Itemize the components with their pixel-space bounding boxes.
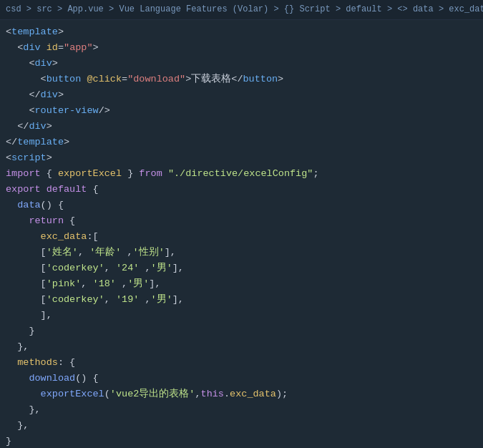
code-line: ], (0, 308, 483, 323)
breadcrumb: csd > src > App.vue > Vue Language Featu… (0, 0, 483, 20)
code-line: </template> (0, 135, 483, 150)
code-line: <div id="app"> (0, 40, 483, 56)
code-line: methods: { (0, 355, 483, 371)
code-line: }, (0, 402, 483, 418)
code-editor: csd > src > App.vue > Vue Language Featu… (0, 0, 483, 448)
code-line: import { exportExcel } from "./directive… (0, 166, 483, 182)
code-line: <script> (0, 150, 483, 166)
code-line: }, (0, 418, 483, 434)
code-line: export default { (0, 182, 483, 198)
code-line: <template> (0, 24, 483, 40)
code-line: ['coderkey', '19' ,'男'], (0, 292, 483, 308)
code-line: </div> (0, 119, 483, 135)
code-line: <div> (0, 56, 483, 72)
code-line: <button @click="download">下载表格</button> (0, 72, 483, 87)
code-line: }, (0, 339, 483, 355)
code-line: ['pink', '18' ,'男'], (0, 276, 483, 292)
code-line: ['coderkey', '24' ,'男'], (0, 260, 483, 276)
breadcrumb-text: csd > src > App.vue > Vue Language Featu… (6, 4, 483, 14)
code-line: return { (0, 213, 483, 229)
code-line: </div> (0, 87, 483, 103)
code-line: <router-view/> (0, 103, 483, 119)
code-line: data() { (0, 198, 483, 213)
code-line: exportExcel('vue2导出的表格',this.exc_data); (0, 386, 483, 402)
code-line: } (0, 323, 483, 339)
code-line: ['姓名', '年龄' ,'性别'], (0, 245, 483, 260)
code-content: <template> <div id="app"> <div> <button … (0, 20, 483, 448)
code-line: exc_data:[ (0, 229, 483, 245)
code-line: download() { (0, 371, 483, 386)
code-line: } (0, 434, 483, 448)
